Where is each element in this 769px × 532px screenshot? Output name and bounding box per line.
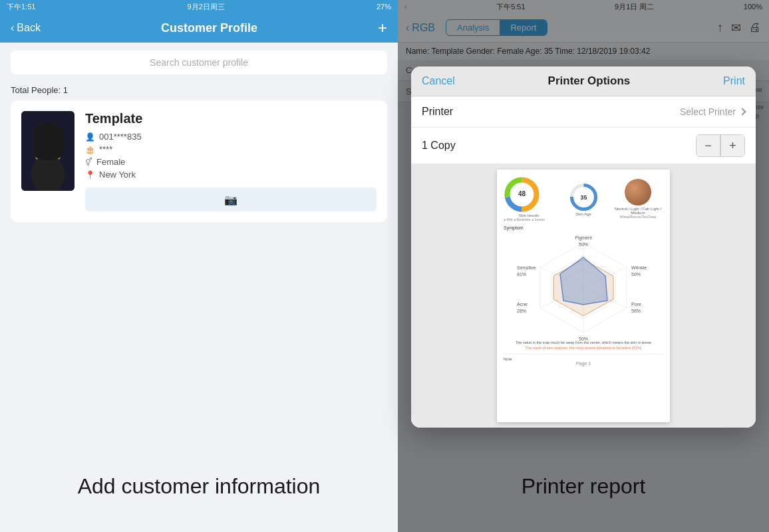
right-panel: ‹ 下午5:51 9月1日 周二 100% ‹ RGB Analysis Rep…: [398, 0, 769, 532]
total-people: Total People: 1: [0, 82, 398, 100]
preview-page: 48 Skin results ● Mild ● Moderate ● Seve…: [497, 170, 670, 422]
left-bottom-text: Add customer information: [0, 474, 398, 499]
select-printer-label: Select Printer: [680, 106, 736, 117]
left-status-bar: 下午1:51 9月2日周三 27%: [0, 0, 398, 13]
decrement-copies-button[interactable]: −: [696, 135, 720, 156]
customer-id-row: 👤 001****835: [85, 132, 377, 142]
search-placeholder: Search customer profile: [150, 57, 248, 68]
svg-text:50%: 50%: [579, 242, 588, 247]
svg-text:56%: 56%: [631, 309, 641, 313]
svg-text:Acne: Acne: [517, 302, 528, 307]
left-nav-bar: ‹ Back Customer Profile +: [0, 13, 398, 43]
customer-card[interactable]: Template 👤 001****835 🎂 **** ⚥ Female 📍 …: [11, 100, 387, 222]
svg-text:Sensitive: Sensitive: [517, 265, 536, 270]
copies-stepper: − +: [696, 134, 745, 157]
svg-text:50%: 50%: [579, 336, 588, 341]
modal-header: Cancel Printer Options Print: [411, 66, 756, 96]
location-icon: 📍: [85, 170, 95, 180]
modal-overlay: Cancel Printer Options Print Printer Sel…: [398, 0, 769, 532]
total-people-count: 1: [63, 85, 68, 95]
print-preview-area: 48 Skin results ● Mild ● Moderate ● Seve…: [411, 164, 756, 428]
left-day: 9月2日周三: [188, 2, 225, 12]
svg-text:50%: 50%: [631, 272, 641, 277]
tan-area: Neutral / Light / Fair Light / Medium Wh…: [613, 176, 663, 221]
cancel-button[interactable]: Cancel: [422, 75, 455, 87]
birthday-icon: 🎂: [85, 145, 95, 154]
skin-age-label: Skin Age: [575, 212, 591, 216]
copies-label: 1 Copy: [422, 140, 456, 152]
customer-location: New York: [99, 170, 136, 180]
printer-row: Printer Select Printer: [411, 96, 756, 128]
symptom-section: Symptom: [504, 225, 663, 350]
radar-chart: Pigment 50% Wrinkle 50% Pore 56% 50% Hyp…: [517, 233, 650, 339]
copies-row: 1 Copy − +: [411, 128, 756, 164]
analysis-note: The result of skin analysis, the most se…: [504, 346, 663, 350]
camera-button[interactable]: 📷: [85, 188, 377, 211]
svg-text:81%: 81%: [517, 272, 526, 277]
svg-marker-22: [560, 257, 607, 305]
skin-age-area: 35 Skin Age: [558, 176, 609, 221]
camera-icon: 📷: [224, 194, 237, 206]
preview-top-row: 48 Skin results ● Mild ● Moderate ● Seve…: [504, 176, 663, 221]
search-bar[interactable]: Search customer profile: [11, 51, 387, 74]
customer-id: 001****835: [99, 132, 142, 142]
add-button[interactable]: +: [378, 19, 387, 37]
customer-dob-row: 🎂 ****: [85, 144, 377, 154]
customer-photo: [21, 111, 75, 191]
donut-chart-area: 48 Skin results ● Mild ● Moderate ● Seve…: [504, 176, 554, 221]
back-label: Back: [17, 22, 41, 34]
modal-title: Printer Options: [548, 74, 631, 88]
chevron-right-icon: [738, 108, 746, 115]
svg-text:48: 48: [518, 190, 526, 198]
svg-text:28%: 28%: [517, 309, 526, 313]
customer-dob: ****: [99, 144, 112, 154]
customer-gender-row: ⚥ Female: [85, 157, 377, 167]
back-button[interactable]: ‹ Back: [11, 22, 41, 34]
svg-text:Pigment: Pigment: [575, 235, 592, 241]
printer-options-dialog: Cancel Printer Options Print Printer Sel…: [411, 66, 756, 428]
increment-copies-button[interactable]: +: [720, 135, 744, 156]
customer-gender: Female: [96, 157, 125, 167]
modal-body: Printer Select Printer 1 Copy − +: [411, 96, 756, 428]
svg-text:Pore: Pore: [631, 302, 641, 307]
left-battery: 27%: [377, 3, 391, 11]
nav-title: Customer Profile: [161, 21, 257, 35]
total-people-label: Total People:: [11, 85, 61, 95]
customer-location-row: 📍 New York: [85, 170, 377, 180]
back-chevron: ‹: [11, 22, 14, 34]
left-time: 下午1:51: [7, 2, 35, 12]
customer-name: Template: [85, 111, 377, 126]
left-panel: 下午1:51 9月2日周三 27% ‹ Back Customer Profil…: [0, 0, 398, 532]
svg-text:HyperPigment: HyperPigment: [569, 342, 598, 342]
select-printer-button[interactable]: Select Printer: [680, 106, 745, 117]
tan-label: Neutral / Light / Fair Light / Medium: [613, 207, 663, 215]
customer-info: Template 👤 001****835 🎂 **** ⚥ Female 📍 …: [85, 111, 377, 211]
phone-icon: 👤: [85, 132, 95, 142]
printer-label: Printer: [422, 106, 453, 118]
print-button[interactable]: Print: [723, 75, 745, 87]
symptom-title: Symptom: [504, 225, 663, 230]
svg-text:35: 35: [580, 194, 587, 201]
page-number: Page 1: [504, 361, 663, 366]
svg-text:Wrinkle: Wrinkle: [631, 265, 647, 270]
note-section: Note: [504, 354, 663, 361]
gender-icon: ⚥: [85, 158, 92, 167]
